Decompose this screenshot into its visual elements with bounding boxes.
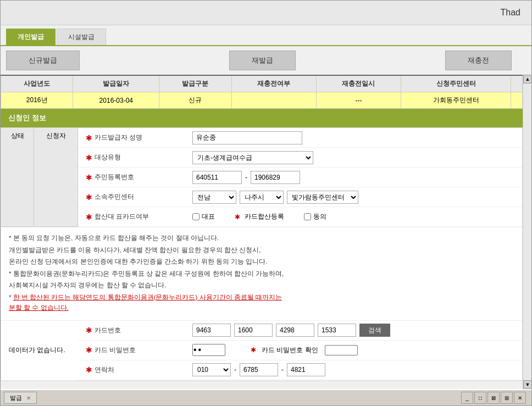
card-password-label: ✱ 카드 비밀번호 (78, 342, 188, 358)
resident-num1-input[interactable] (192, 171, 242, 184)
card-num3-input[interactable] (276, 324, 314, 337)
col-type: 발급구분 (159, 75, 231, 92)
top-bar-text: Thad (501, 8, 520, 18)
section-applicant-header: 신청인 정보 (1, 109, 523, 127)
scrollbar[interactable]: ▲ ▼ (523, 75, 531, 389)
scroll-down-button[interactable]: ▼ (523, 380, 531, 389)
cell-year: 2016년 (1, 92, 73, 109)
contact-value: 010 - - (188, 361, 522, 379)
recharge-button[interactable]: 재충전 (445, 51, 512, 70)
card-password-confirm-input[interactable] (325, 345, 358, 355)
tab-facility[interactable]: 시설발급 (57, 29, 106, 45)
no-data-row: 데이터가 없습니다. ✱ 카드번호 (1, 321, 522, 381)
combined-register-label: 카드합산등록 (245, 212, 284, 221)
table-row[interactable]: 2016년 2016-03-04 신규 --- 가회동주민센터 (1, 92, 523, 109)
required-dot-6: ✱ (235, 213, 240, 221)
restore-button[interactable]: □ (474, 392, 486, 404)
maximize-button[interactable]: ⊠ (487, 392, 500, 404)
contact-last-input[interactable] (287, 363, 325, 376)
form-fields-header: ✱ 카드발급자 성명 ✱ 대상유형 (78, 128, 522, 227)
button-row: 신규발급 재발급 재충전 (1, 46, 531, 75)
combined-card-value: 대표 ✱ 카드합산등록 동의 (188, 210, 522, 224)
taskbar-item-label: 발급 (10, 394, 22, 402)
notice-red-text: 한 번 합산된 카드는 해당연도의 통합문화이용권(문화누리카드) 사용기간이 … (13, 294, 282, 301)
resident-number-label: ✱ 주민등록번호 (78, 169, 188, 185)
target-type-value: 기초-생계급여수급 (188, 149, 522, 166)
cell-type: 신규 (159, 92, 231, 109)
col-center: 신청주민센터 (401, 75, 511, 92)
branch-region-select[interactable]: 전남 (192, 191, 236, 204)
card-num4-input[interactable] (318, 324, 356, 337)
target-type-row: ✱ 대상유형 기초-생계급여수급 (78, 148, 522, 168)
branch-center-select[interactable]: 빛가람동주민센터 (287, 191, 358, 204)
combined-card-checkbox-label[interactable]: 대표 (192, 212, 215, 221)
cell-center: 가회동주민센터 (401, 92, 511, 109)
cell-recharge (231, 92, 316, 109)
card-search-button[interactable]: 검색 (359, 324, 390, 337)
col-recharge-date: 재충전일시 (316, 75, 401, 92)
combined-card-row: ✱ 합산대 표카드여부 대표 ✱ 카드합산등록 (78, 207, 522, 227)
required-dot-1: ✱ (86, 134, 92, 142)
notice-red-text-2: 분할 할 수 없습니다. (9, 304, 69, 311)
combined-card-checkbox[interactable] (192, 213, 199, 220)
tab-individual[interactable]: 개인발급 (6, 29, 56, 45)
contact-mid-input[interactable] (240, 363, 278, 376)
contact-row: ✱ 연락처 010 - - (78, 360, 522, 380)
form-header-row: 상태 신청자 ✱ 카드발급자 성명 (1, 128, 522, 227)
close-button[interactable]: ✕ (514, 392, 526, 404)
required-dot-2: ✱ (86, 153, 92, 162)
main-content: 사업년도 발급일자 발급구분 재충전여부 재충전일시 신청주민센터 2016년 … (1, 75, 523, 389)
contact-label: ✱ 연락처 (78, 362, 188, 378)
required-dot-10: ✱ (86, 365, 92, 374)
branch-city-select[interactable]: 나주시 (240, 191, 284, 204)
required-dot-5: ✱ (86, 213, 92, 221)
taskbar-item-issue[interactable]: 발급 ✕ (4, 392, 37, 404)
contact-sep2: - (281, 366, 284, 374)
no-data-fields: ✱ 카드번호 검색 (78, 321, 522, 380)
branch-label: ✱ 소속주민센터 (78, 189, 188, 205)
resident-num2-input[interactable] (251, 171, 300, 184)
agree-checkbox[interactable] (304, 213, 311, 220)
target-type-label: ✱ 대상유형 (78, 149, 188, 165)
branch-row: ✱ 소속주민센터 전남 나주시 (78, 187, 522, 207)
card-password-row: ✱ 카드 비밀번호 ✱ 카드 비밀번호 확인 (78, 341, 522, 360)
taskbar-close-button[interactable]: ✕ (26, 395, 31, 401)
no-data-label: 데이터가 없습니다. (1, 321, 78, 380)
card-num1-input[interactable] (192, 324, 231, 337)
top-bar: Thad (1, 1, 531, 25)
target-type-select[interactable]: 기초-생계급여수급 (192, 151, 313, 164)
notice-star: * (9, 294, 13, 301)
col-recharge: 재충전여부 (231, 75, 316, 92)
notice-line-4: * 통합문화이용권(문화누리카드)은 주민등록표 상 같은 세대 구성원에 한하… (9, 269, 514, 280)
col-applicant-label: 신청자 (34, 128, 78, 227)
minimize-button[interactable]: _ (461, 392, 473, 404)
scroll-track[interactable] (523, 84, 531, 380)
col-date: 발급일자 (73, 75, 159, 92)
agree-checkbox-label[interactable]: 동의 (304, 212, 326, 221)
card-issuer-name-row: ✱ 카드발급자 성명 (78, 128, 522, 148)
card-password-input[interactable] (192, 344, 225, 356)
card-num2-input[interactable] (234, 324, 273, 337)
branch-value: 전남 나주시 빛가람동주민센터 (188, 188, 522, 206)
tab-bar: 개인발급 시설발급 (1, 25, 531, 46)
resident-separator: - (245, 174, 247, 181)
reissue-button[interactable]: 재발급 (229, 51, 296, 70)
cell-extra (511, 92, 523, 109)
scroll-up-button[interactable]: ▲ (523, 75, 531, 84)
content-area: 사업년도 발급일자 발급구분 재충전여부 재충전일시 신청주민센터 2016년 … (1, 75, 531, 389)
new-issue-button[interactable]: 신규발급 (6, 51, 80, 70)
notice-line-5: 사회복지시설 거주자의 경우에는 합산 할 수 없습니다. (9, 280, 514, 291)
data-table: 사업년도 발급일자 발급구분 재충전여부 재충전일시 신청주민센터 2016년 … (1, 75, 523, 109)
combined-card-checkbox-text: 대표 (202, 212, 215, 221)
combined-card-label: ✱ 합산대 표카드여부 (78, 209, 188, 225)
notice-line-3: 온라인 신청 단계에서의 본인인증에 대한 추가인증을 간소화 하기 위한 동의… (9, 257, 514, 268)
required-dot-4: ✱ (86, 193, 92, 202)
contact-sep1: - (234, 366, 236, 374)
card-issuer-name-input[interactable] (192, 131, 302, 144)
cell-date: 2016-03-04 (73, 92, 159, 109)
fullscreen-button[interactable]: ⊞ (501, 392, 513, 404)
contact-area-select[interactable]: 010 (192, 363, 231, 376)
required-dot-9: ✱ (251, 346, 256, 354)
form-area: 상태 신청자 ✱ 카드발급자 성명 (1, 127, 523, 381)
notice-box: * 본 동의 요청 기능은, 자동으로 카드 합산을 해주는 것이 절대 아닙니… (1, 227, 522, 321)
